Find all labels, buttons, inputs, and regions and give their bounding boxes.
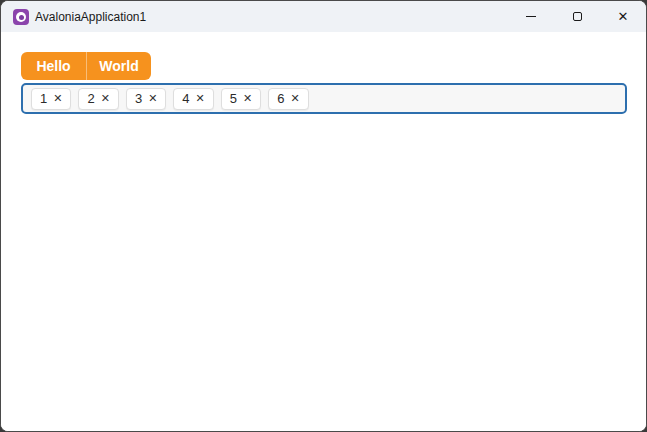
chip-1[interactable]: 1 ✕ (31, 88, 71, 110)
maximize-button[interactable] (554, 1, 600, 32)
caption-buttons: ✕ (508, 1, 646, 32)
minimize-button[interactable] (508, 1, 554, 32)
chip-2-remove-icon[interactable]: ✕ (101, 93, 110, 104)
avalonia-logo-icon (13, 9, 29, 25)
chip-4-label: 4 (182, 91, 189, 106)
maximize-icon (573, 12, 582, 21)
close-button[interactable]: ✕ (600, 1, 646, 32)
chip-5-label: 5 (230, 91, 237, 106)
minimize-icon (526, 16, 536, 17)
tab-hello[interactable]: Hello (21, 52, 86, 80)
chip-6-label: 6 (277, 91, 284, 106)
app-window: AvaloniaApplication1 ✕ Hello World 1 (0, 0, 647, 432)
chip-3[interactable]: 3 ✕ (126, 88, 166, 110)
chip-4-remove-icon[interactable]: ✕ (196, 93, 205, 104)
tab-world[interactable]: World (86, 52, 151, 80)
chip-3-label: 3 (135, 91, 142, 106)
close-icon: ✕ (618, 10, 629, 23)
window-content: Hello World 1 ✕ 2 ✕ 3 ✕ 4 ✕ (1, 32, 646, 431)
chip-5-remove-icon[interactable]: ✕ (243, 93, 252, 104)
chip-5[interactable]: 5 ✕ (221, 88, 261, 110)
chip-1-remove-icon[interactable]: ✕ (53, 93, 62, 104)
chip-2-label: 2 (87, 91, 94, 106)
avalonia-logo-ring (16, 12, 26, 22)
chip-3-remove-icon[interactable]: ✕ (148, 93, 157, 104)
tabstrip: Hello World (21, 52, 151, 80)
window-title: AvaloniaApplication1 (35, 1, 146, 32)
chip-4[interactable]: 4 ✕ (173, 88, 213, 110)
avalonia-logo-dot (19, 15, 24, 20)
chip-box: 1 ✕ 2 ✕ 3 ✕ 4 ✕ 5 ✕ 6 ✕ (21, 83, 627, 114)
chip-6[interactable]: 6 ✕ (268, 88, 308, 110)
tab-world-label: World (99, 58, 138, 74)
chip-1-label: 1 (40, 91, 47, 106)
chip-6-remove-icon[interactable]: ✕ (291, 93, 300, 104)
titlebar: AvaloniaApplication1 ✕ (1, 1, 646, 32)
chip-2[interactable]: 2 ✕ (78, 88, 118, 110)
tab-hello-label: Hello (36, 58, 70, 74)
